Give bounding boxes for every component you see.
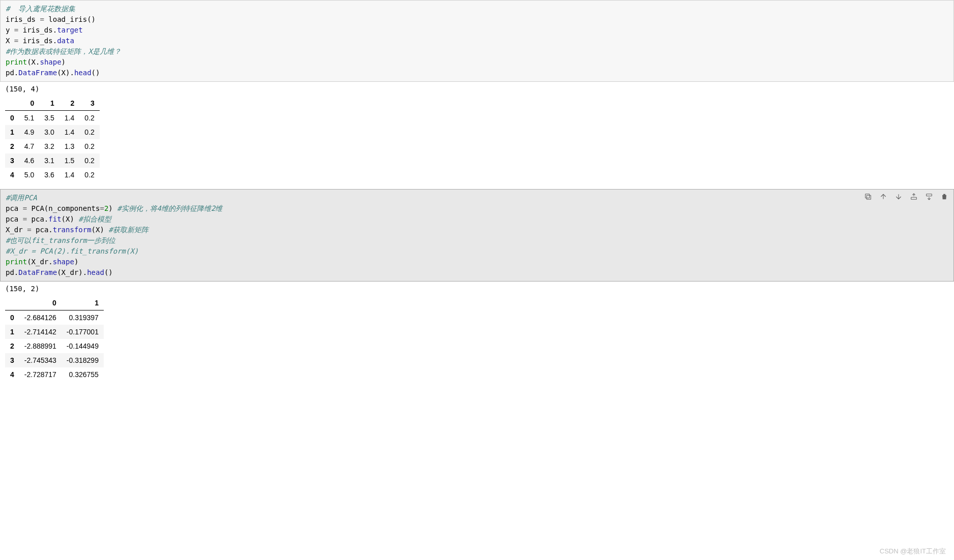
move-down-icon[interactable] xyxy=(893,192,904,202)
dataframe-table-2: 0 1 0-2.6841260.319397 1-2.714142-0.1770… xyxy=(5,296,104,382)
output-area-2: (150, 2) 0 1 0-2.6841260.319397 1-2.7141… xyxy=(0,282,954,385)
code-input-2[interactable]: #调用PCA pca = PCA(n_components=2) #实例化，将4… xyxy=(0,189,954,282)
table-row: 0-2.6841260.319397 xyxy=(5,310,104,325)
dataframe-table-1: 0 1 2 3 05.13.51.40.2 14.93.01.40.2 24.7… xyxy=(5,96,100,182)
svg-rect-2 xyxy=(911,197,917,199)
stdout-text-1: (150, 4) xyxy=(5,85,949,93)
code-cell-1: # 导入鸢尾花数据集 iris_ds = load_iris() y = iri… xyxy=(0,0,954,185)
col-header: 1 xyxy=(62,296,104,310)
svg-rect-1 xyxy=(866,194,870,198)
col-header: 3 xyxy=(79,96,99,111)
output-area-1: (150, 4) 0 1 2 3 05.13.51.40.2 14.93.01.… xyxy=(0,82,954,185)
delete-icon[interactable] xyxy=(939,192,949,202)
move-up-icon[interactable] xyxy=(878,192,888,202)
table-header-row: 0 1 xyxy=(5,296,104,310)
table-row: 05.13.51.40.2 xyxy=(5,111,100,126)
code-input-1[interactable]: # 导入鸢尾花数据集 iris_ds = load_iris() y = iri… xyxy=(0,0,954,82)
col-header: 2 xyxy=(59,96,79,111)
table-row: 24.73.21.30.2 xyxy=(5,139,100,153)
insert-above-icon[interactable] xyxy=(909,192,919,202)
col-header: 0 xyxy=(19,96,39,111)
cell-toolbar xyxy=(863,192,949,202)
insert-below-icon[interactable] xyxy=(924,192,934,202)
table-row: 14.93.01.40.2 xyxy=(5,125,100,139)
code-source-1: # 导入鸢尾花数据集 iris_ds = load_iris() y = iri… xyxy=(6,4,948,78)
svg-rect-0 xyxy=(867,195,871,199)
stdout-text-2: (150, 2) xyxy=(5,285,949,293)
table-row: 3-2.745343-0.318299 xyxy=(5,353,104,367)
table-row: 2-2.888991-0.144949 xyxy=(5,339,104,353)
table-header-row: 0 1 2 3 xyxy=(5,96,100,111)
table-row: 4-2.7287170.326755 xyxy=(5,367,104,382)
col-header: 1 xyxy=(39,96,59,111)
code-source-2: #调用PCA pca = PCA(n_components=2) #实例化，将4… xyxy=(6,193,948,278)
code-cell-2: #调用PCA pca = PCA(n_components=2) #实例化，将4… xyxy=(0,189,954,385)
table-row: 1-2.714142-0.177001 xyxy=(5,325,104,339)
svg-rect-3 xyxy=(927,194,932,196)
table-row: 45.03.61.40.2 xyxy=(5,168,100,182)
duplicate-icon[interactable] xyxy=(863,192,873,202)
table-row: 34.63.11.50.2 xyxy=(5,153,100,168)
col-header: 0 xyxy=(19,296,62,310)
